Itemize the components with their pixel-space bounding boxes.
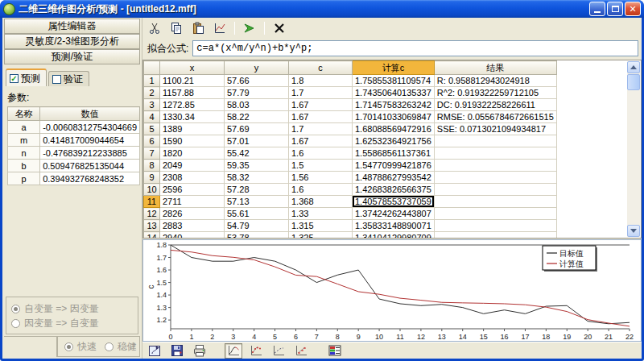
cell-y[interactable]: 57.79 (225, 87, 289, 99)
row-number[interactable]: 12 (144, 208, 160, 220)
delete-button[interactable] (270, 20, 288, 36)
cell-c[interactable]: 1.7 (289, 87, 353, 99)
row-number[interactable]: 11 (144, 196, 160, 208)
cell-calc[interactable]: 1.54770999421876 (353, 160, 435, 172)
cell-y[interactable]: 57.66 (225, 75, 289, 87)
cell-result[interactable]: SSE: 0.0713021094934817 (434, 123, 556, 135)
cell-y[interactable]: 57.69 (225, 123, 289, 135)
params-header[interactable]: 数值 (40, 107, 140, 121)
dashed-plot-button[interactable] (270, 343, 287, 359)
row-number[interactable]: 9 (144, 172, 160, 184)
cell-calc[interactable]: 1.75855381109574 (353, 75, 435, 87)
cell-c[interactable]: 1.67 (289, 99, 353, 111)
cell-calc[interactable]: 1.74350640135337 (353, 87, 435, 99)
cell-calc[interactable]: 1.68088569472916 (353, 123, 435, 135)
cell-calc[interactable]: 1.42683826566375 (353, 184, 435, 196)
row-number[interactable]: 8 (144, 160, 160, 172)
param-name[interactable]: p (8, 172, 40, 185)
plot-button[interactable] (211, 20, 229, 36)
sidebar-nav-0[interactable]: 属性编辑器 (4, 19, 140, 34)
cell-x[interactable]: 2049 (160, 160, 225, 172)
formula-input[interactable] (192, 40, 638, 56)
cell-result[interactable] (434, 184, 556, 196)
grid-header-结果[interactable]: 结果 (434, 61, 556, 75)
copy-button[interactable] (167, 20, 185, 36)
param-value[interactable]: -0.00608312754304669 (40, 121, 140, 134)
row-number[interactable]: 7 (144, 147, 160, 160)
scroll-down-button[interactable] (627, 225, 640, 237)
print-chart-button[interactable] (191, 343, 208, 359)
run-button[interactable] (241, 20, 258, 36)
cell-c[interactable]: 1.7 (289, 123, 353, 135)
grid-header-c[interactable]: c (289, 61, 353, 75)
param-name[interactable]: b (8, 160, 40, 172)
params-header[interactable]: 名称 (8, 107, 40, 121)
row-number[interactable]: 1 (144, 75, 160, 87)
cell-result[interactable] (434, 147, 556, 160)
cell-x[interactable]: 1157.88 (160, 87, 225, 99)
scroll-up-button[interactable] (627, 61, 640, 73)
checkbox-0[interactable]: ✓ (10, 74, 19, 83)
row-number[interactable]: 6 (144, 135, 160, 147)
cell-c[interactable]: 1.56 (289, 172, 353, 184)
copy-chart-button[interactable] (146, 343, 163, 359)
scatter-plot-button[interactable] (292, 343, 310, 359)
mode-option-0[interactable]: 快速 (64, 340, 97, 354)
cell-x[interactable]: 2826 (160, 208, 225, 220)
cell-result[interactable] (434, 220, 556, 232)
cell-y[interactable]: 53.78 (225, 232, 289, 239)
tab-1[interactable]: 验证 (48, 71, 89, 86)
close-button[interactable]: ✕ (625, 2, 641, 16)
param-value[interactable]: 0.394932768248352 (40, 172, 140, 185)
cell-c[interactable]: 1.315 (289, 220, 353, 232)
cell-c[interactable]: 1.368 (289, 196, 353, 208)
scroll-thumb[interactable] (627, 74, 640, 90)
cell-x[interactable]: 1100.21 (160, 75, 225, 87)
cell-c[interactable]: 1.6 (289, 147, 353, 160)
cell-result[interactable] (434, 135, 556, 147)
row-number[interactable]: 4 (144, 111, 160, 123)
cell-y[interactable]: 57.01 (225, 135, 289, 147)
cell-c[interactable]: 1.67 (289, 111, 353, 123)
row-number[interactable]: 13 (144, 220, 160, 232)
cell-y[interactable]: 57.13 (225, 196, 289, 208)
direction-radio-0[interactable] (11, 305, 20, 313)
cell-c[interactable]: 1.67 (289, 135, 353, 147)
sidebar-nav-2[interactable]: 预测/验证 (4, 49, 140, 64)
row-number[interactable]: 3 (144, 99, 160, 111)
cell-result[interactable] (434, 196, 556, 208)
param-name[interactable]: n (8, 147, 40, 160)
cell-x[interactable]: 1590 (160, 135, 225, 147)
point-plot-button[interactable] (247, 343, 265, 359)
direction-option-1[interactable]: 因变量 => 自变量 (11, 316, 134, 330)
cell-result[interactable] (434, 172, 556, 184)
param-value[interactable]: 0.509476825135044 (40, 160, 140, 172)
row-number[interactable]: 5 (144, 123, 160, 135)
cell-c[interactable]: 1.8 (289, 75, 353, 87)
cell-calc[interactable]: 1.35833148890071 (353, 220, 435, 232)
cell-result[interactable]: R^2: 0.919322259712105 (434, 87, 556, 99)
cell-y[interactable]: 58.32 (225, 172, 289, 184)
cell-y[interactable]: 58.22 (225, 111, 289, 123)
cell-calc[interactable]: 1.48788627993542 (353, 172, 435, 184)
param-name[interactable]: m (8, 134, 40, 147)
cell-y[interactable]: 55.42 (225, 147, 289, 160)
cell-result[interactable]: RMSE: 0.0556784672661515 (434, 111, 556, 123)
cell-calc[interactable]: 1.62532364921756 (353, 135, 435, 147)
line-plot-button[interactable] (225, 343, 242, 359)
grid-header-y[interactable]: y (225, 61, 289, 75)
cell-x[interactable]: 2940 (160, 232, 225, 239)
mode-radio-0[interactable] (64, 342, 73, 351)
save-chart-button[interactable] (168, 343, 186, 359)
cell-calc[interactable]: 1.70141033069847 (353, 111, 435, 123)
mode-option-1[interactable]: 稳健 (105, 340, 137, 354)
cell-x[interactable]: 2308 (160, 172, 225, 184)
cell-result[interactable] (434, 208, 556, 220)
sidebar-nav-1[interactable]: 灵敏度/2-3维图形分析 (4, 34, 140, 49)
cell-x[interactable]: 1389 (160, 123, 225, 135)
mode-radio-1[interactable] (105, 342, 114, 351)
paste-button[interactable] (189, 20, 207, 36)
maximize-button[interactable] (607, 2, 623, 16)
cell-c[interactable]: 1.5 (289, 160, 353, 172)
row-number[interactable]: 14 (144, 232, 160, 239)
